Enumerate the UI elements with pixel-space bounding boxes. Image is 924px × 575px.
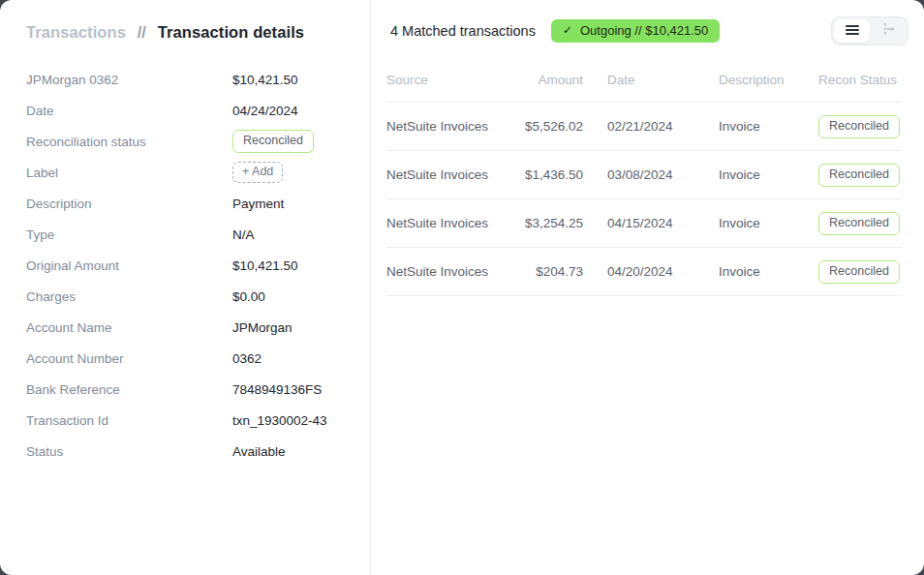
list-view-toggle[interactable] xyxy=(834,19,870,43)
detail-label: Type xyxy=(26,227,232,242)
matched-transactions-panel: 4 Matched transactions ✓ Outgoing // $10… xyxy=(371,0,924,575)
detail-label: Account Number xyxy=(26,351,232,366)
cell-date: 04/20/2024 xyxy=(583,264,719,279)
detail-value-type: N/A xyxy=(232,227,255,242)
detail-label: Bank Reference xyxy=(26,382,232,397)
detail-label: Date xyxy=(26,104,232,118)
detail-label: JPMorgan 0362 xyxy=(26,73,232,87)
detail-row-transaction-id: Transaction Id txn_1930002-43 xyxy=(26,405,370,436)
cell-source: NetSuite Invoices xyxy=(386,264,512,279)
detail-row-reconciliation-status: Reconciliation status Reconciled xyxy=(26,126,370,157)
detail-value-account-number: 0362 xyxy=(232,351,262,366)
breadcrumb-transactions-link[interactable]: Transactions xyxy=(26,23,126,41)
status-badge-reconciled: Reconciled xyxy=(818,164,900,187)
detail-label: Status xyxy=(26,444,232,459)
column-header-date: Date xyxy=(583,73,719,87)
detail-value-description: Payment xyxy=(232,197,284,211)
table-header-row: Source Amount Date Description Recon Sta… xyxy=(386,73,902,103)
detail-value-status: Available xyxy=(232,444,286,459)
status-badge-reconciled: Reconciled xyxy=(818,212,900,235)
cell-description: Invoice xyxy=(719,264,818,279)
detail-row-description: Description Payment xyxy=(26,188,370,219)
detail-row-status: Status Available xyxy=(26,436,370,467)
detail-row-bank-reference: Bank Reference 7848949136FS xyxy=(26,374,370,405)
detail-value-original-amount: $10,421.50 xyxy=(232,258,298,273)
detail-label: Label xyxy=(26,166,232,180)
detail-row-account-number: Account Number 0362 xyxy=(26,343,370,374)
table-row[interactable]: NetSuite Invoices $5,526.02 02/21/2024 I… xyxy=(386,103,902,151)
transaction-details-card: Transactions // Transaction details JPMo… xyxy=(0,0,924,575)
add-label-button[interactable]: + Add xyxy=(232,162,283,183)
detail-value-amount: $10,421.50 xyxy=(232,73,298,87)
status-badge-reconciled: Reconciled xyxy=(818,115,900,138)
table-row[interactable]: NetSuite Invoices $204.73 04/20/2024 Inv… xyxy=(386,248,902,296)
match-summary-badge: ✓ Outgoing // $10,421.50 xyxy=(551,19,720,43)
transaction-details-panel: Transactions // Transaction details JPMo… xyxy=(0,0,371,575)
cell-description: Invoice xyxy=(719,216,818,230)
view-toggle xyxy=(831,16,909,45)
column-header-source: Source xyxy=(386,73,512,87)
column-header-description: Description xyxy=(719,73,818,87)
cell-amount: $3,254.25 xyxy=(512,216,583,230)
breadcrumb: Transactions // Transaction details xyxy=(26,23,370,42)
detail-row-type: Type N/A xyxy=(26,219,370,250)
detail-row-label: Label + Add xyxy=(26,157,370,188)
detail-label: Account Name xyxy=(26,320,232,335)
detail-label: Description xyxy=(26,197,232,211)
page-title: Transaction details xyxy=(158,23,304,41)
cell-description: Invoice xyxy=(719,167,818,182)
cell-amount: $204.73 xyxy=(512,264,583,279)
cell-amount: $1,436.50 xyxy=(512,167,583,182)
matched-transactions-header: 4 Matched transactions ✓ Outgoing // $10… xyxy=(371,0,924,45)
match-summary-text: Outgoing // $10,421.50 xyxy=(580,23,708,38)
detail-row-account-name: Account Name JPMorgan xyxy=(26,312,370,343)
status-badge-reconciled: Reconciled xyxy=(232,130,314,153)
check-icon: ✓ xyxy=(563,23,572,38)
column-header-recon-status: Recon Status xyxy=(818,73,901,87)
cell-date: 04/15/2024 xyxy=(583,216,719,230)
cell-date: 03/08/2024 xyxy=(583,167,719,182)
detail-label: Charges xyxy=(26,289,232,304)
detail-value-bank-reference: 7848949136FS xyxy=(232,382,322,397)
detail-row-account: JPMorgan 0362 $10,421.50 xyxy=(26,64,370,95)
detail-value-account-name: JPMorgan xyxy=(232,320,293,335)
tree-view-icon xyxy=(881,22,895,40)
detail-row-date: Date 04/24/2024 xyxy=(26,95,370,126)
detail-label: Reconciliation status xyxy=(26,135,232,149)
breadcrumb-separator: // xyxy=(138,23,146,41)
detail-row-original-amount: Original Amount $10,421.50 xyxy=(26,250,370,281)
tree-view-toggle[interactable] xyxy=(870,19,906,43)
detail-value-transaction-id: txn_1930002-43 xyxy=(232,413,327,428)
matched-transactions-title: 4 Matched transactions xyxy=(390,23,536,39)
cell-source: NetSuite Invoices xyxy=(386,167,512,182)
cell-date: 02/21/2024 xyxy=(583,119,719,134)
detail-label: Transaction Id xyxy=(26,413,232,428)
matched-transactions-table: Source Amount Date Description Recon Sta… xyxy=(386,73,902,296)
detail-value-date: 04/24/2024 xyxy=(232,104,298,118)
cell-source: NetSuite Invoices xyxy=(386,216,512,230)
cell-description: Invoice xyxy=(719,119,818,134)
table-row[interactable]: NetSuite Invoices $3,254.25 04/15/2024 I… xyxy=(386,199,902,248)
detail-row-charges: Charges $0.00 xyxy=(26,281,370,312)
detail-list: JPMorgan 0362 $10,421.50 Date 04/24/2024… xyxy=(26,64,370,467)
table-row[interactable]: NetSuite Invoices $1,436.50 03/08/2024 I… xyxy=(386,151,902,199)
list-view-icon xyxy=(846,22,859,40)
detail-value-charges: $0.00 xyxy=(232,289,265,304)
cell-source: NetSuite Invoices xyxy=(386,119,512,134)
detail-label: Original Amount xyxy=(26,258,232,273)
cell-amount: $5,526.02 xyxy=(512,119,583,134)
status-badge-reconciled: Reconciled xyxy=(818,260,900,284)
column-header-amount: Amount xyxy=(512,73,583,87)
